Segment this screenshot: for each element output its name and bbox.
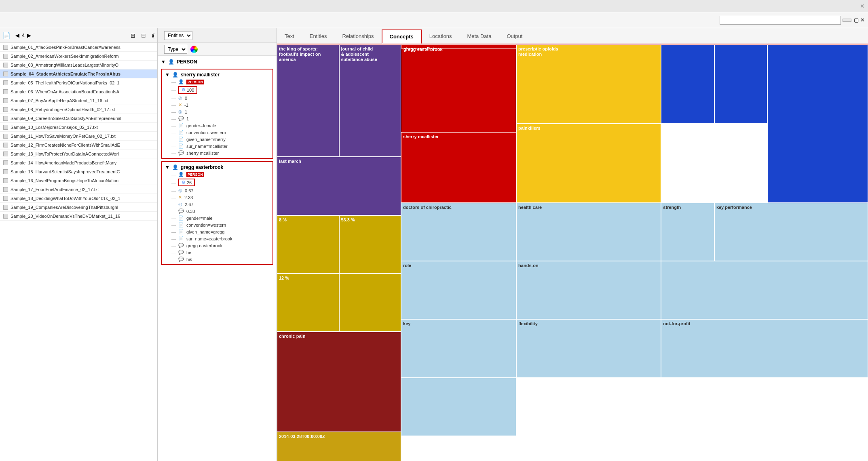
file-item[interactable]: Sample_14_HowAmericanMadeProductsBenefit…	[0, 158, 157, 167]
tab-text[interactable]: Text	[277, 29, 302, 43]
treemap-cell[interactable]	[401, 378, 516, 436]
file-name: Sample_01_AflacGoesPinkForBreastCancerAw…	[11, 45, 120, 50]
gregg-attr-267: —◎2.67	[163, 201, 271, 208]
file-item[interactable]: Sample_01_AflacGoesPinkForBreastCancerAw…	[0, 43, 157, 52]
link-icon[interactable]: ⊟	[141, 32, 146, 39]
file-item[interactable]: Sample_12_FirmCreatesNicheForClientsWith…	[0, 141, 157, 149]
nav-forward-icon[interactable]: ▶	[27, 32, 31, 38]
treemap-cell-label: hands-on	[518, 263, 539, 268]
file-icon[interactable]: 📄	[2, 32, 11, 39]
file-icon	[3, 196, 8, 201]
treemap-cell[interactable]: key	[401, 319, 516, 377]
gregg-score-value: 26	[187, 180, 192, 185]
file-item[interactable]: Sample_06_WhenOnAnAssociationBoardEducat…	[0, 87, 157, 96]
tab-locations[interactable]: Locations	[422, 29, 460, 43]
file-item[interactable]: Sample_17_FoodFuelAndFinance_02_17.txt	[0, 185, 157, 194]
treemap-cell[interactable]: painkillers	[516, 124, 661, 203]
file-name: Sample_17_FoodFuelAndFinance_02_17.txt	[11, 187, 99, 192]
treemap-cell-label: role	[403, 263, 411, 268]
arrange-select[interactable]: Type	[164, 45, 187, 54]
sherry-name: sherry mcallister	[181, 72, 220, 78]
file-name: Sample_19_CompaniesAreDiscoveringThatPit…	[11, 205, 118, 210]
concepts-panel: Text Entities Relationships Concepts Loc…	[277, 28, 868, 461]
file-item[interactable]: Sample_20_VideoOnDemandVsTheDVDMarket_11…	[0, 212, 157, 221]
gregg-gender: —📄gender=male	[163, 215, 271, 221]
treemap-cell[interactable]: sherry mcallister	[401, 132, 516, 203]
file-item[interactable]: Sample_19_CompaniesAreDiscoveringThatPit…	[0, 203, 157, 212]
file-item[interactable]: Sample_03_ArmstrongWilliamsLeadsLargestM…	[0, 61, 157, 69]
treemap-cell-label: the king of sports: football's impact on…	[279, 46, 337, 63]
file-name: Sample_11_HowToSaveMoneyOnPetCare_02_17.…	[11, 134, 116, 139]
file-icon	[3, 160, 8, 165]
file-item[interactable]: Sample_18_DecidingWhatToDoWithYourOld401…	[0, 194, 157, 203]
file-item[interactable]: Sample_08_RehydratingForOptimalHealth_02…	[0, 105, 157, 114]
gregg-sur: —📄sur_name=easterbrook	[163, 235, 271, 242]
treemap-cell[interactable]: last march	[277, 157, 401, 215]
treemap-cell-label: 8 %	[279, 217, 287, 223]
treemap-cell[interactable]: journal of child & adolescent substance …	[339, 44, 401, 157]
maximize-icon[interactable]: ✕	[860, 17, 865, 23]
treemap-cell[interactable]: the king of sports: football's impact on…	[277, 44, 339, 157]
expand-gregg-icon[interactable]: ▼	[165, 164, 170, 170]
treemap-cell-label: sherry mcallister	[403, 134, 439, 139]
color-wheel-icon[interactable]	[190, 46, 198, 53]
search-input[interactable]	[720, 16, 841, 25]
treemap-cell[interactable]: health care	[516, 203, 661, 261]
view-select[interactable]: Entities	[164, 31, 192, 40]
tabs-row: Text Entities Relationships Concepts Loc…	[277, 28, 868, 44]
treemap-cell[interactable]	[661, 261, 868, 319]
file-item[interactable]: Sample_05_TheHealthPerksOfOurNationalPar…	[0, 78, 157, 87]
treemap-cell-label: last march	[279, 159, 301, 164]
expand-sherry-icon[interactable]: ▼	[165, 72, 170, 78]
treemap-cell-label: prescriptic opioids medication	[518, 46, 558, 57]
nav-back-icon[interactable]: ◀	[15, 32, 19, 38]
tab-relationships[interactable]: Relationships	[334, 29, 381, 43]
treemap-cell[interactable]: chronic pain	[277, 332, 401, 432]
file-item[interactable]: Sample_13_HowToProtectYourDataInAConnect…	[0, 149, 157, 158]
expand-person-icon[interactable]: ▼	[161, 59, 166, 65]
sherry-person-badge: PERSON	[186, 80, 204, 84]
tab-output[interactable]: Output	[499, 29, 530, 43]
treemap-cell[interactable]: hands-on	[516, 261, 661, 319]
copy-icon[interactable]: ⊞	[131, 32, 135, 39]
treemap-cell-label: flexibility	[518, 321, 538, 326]
sherry-given: —📄given_name=sherry	[163, 136, 271, 143]
tab-entities[interactable]: Entities	[302, 29, 335, 43]
treemap-cell[interactable]	[661, 44, 714, 124]
treemap-cell[interactable]: role	[401, 261, 516, 319]
treemap-cell[interactable]: 12 %	[277, 274, 339, 332]
file-icon	[3, 143, 8, 147]
entity-group-sherry: ▼ 👤 sherry mcallister — 👤 PERSON — ⚙ 100	[161, 69, 273, 159]
file-item[interactable]: Sample_09_CareerInSalesCanSatisfyAnEntre…	[0, 114, 157, 123]
file-item[interactable]: Sample_15_HarvardScientistSaysImprovedTr…	[0, 167, 157, 176]
search-button[interactable]	[843, 19, 851, 22]
treemap-cell[interactable]: sherry mcallister	[401, 44, 516, 48]
treemap-cell[interactable]: strength	[661, 203, 714, 261]
file-item[interactable]: Sample_02_AmericanWorkersSeekImmigration…	[0, 52, 157, 61]
treemap-cell[interactable]: doctors of chiropractic	[401, 203, 516, 261]
file-item[interactable]: Sample_07_BuyAnAppleHelpAStudent_11_16.t…	[0, 96, 157, 105]
treemap-cell[interactable]: key performance	[714, 203, 868, 261]
treemap-cell[interactable]	[767, 44, 868, 203]
close-icon[interactable]: ✕	[860, 3, 865, 9]
treemap-cell[interactable]: not-for-profit	[661, 319, 868, 377]
collapse-icon[interactable]: ⟪	[152, 32, 155, 39]
treemap-cell[interactable]: flexibility	[516, 319, 661, 377]
file-item[interactable]: Sample_16_NovelProgramBringsHopeToAfrica…	[0, 176, 157, 185]
file-item[interactable]: Sample_11_HowToSaveMoneyOnPetCare_02_17.…	[0, 132, 157, 141]
file-item[interactable]: Sample_10_LosMejoresConsejos_02_17.txt	[0, 123, 157, 132]
treemap-cell[interactable]	[714, 44, 768, 124]
file-item[interactable]: Sample_04_StudentAthletesEmulateTheProsI…	[0, 69, 157, 78]
treemap-cell[interactable]: prescriptic opioids medication	[516, 44, 661, 124]
file-name: Sample_12_FirmCreatesNicheForClientsWith…	[11, 143, 120, 147]
gregg-person-icon: 👤	[178, 172, 184, 177]
treemap-cell[interactable]: 2014-03-28T00:00:00Z	[277, 432, 401, 461]
treemap-cell[interactable]: 8 %	[277, 215, 339, 274]
arrange-row: Type	[158, 43, 277, 56]
minimize-icon[interactable]: ▢	[854, 17, 859, 23]
treemap-cell[interactable]: 53.3 %	[339, 215, 401, 274]
file-name: Sample_05_TheHealthPerksOfOurNationalPar…	[11, 80, 120, 85]
tab-metadata[interactable]: Meta Data	[459, 29, 499, 43]
treemap-cell[interactable]	[339, 274, 401, 332]
tab-concepts[interactable]: Concepts	[382, 29, 422, 44]
